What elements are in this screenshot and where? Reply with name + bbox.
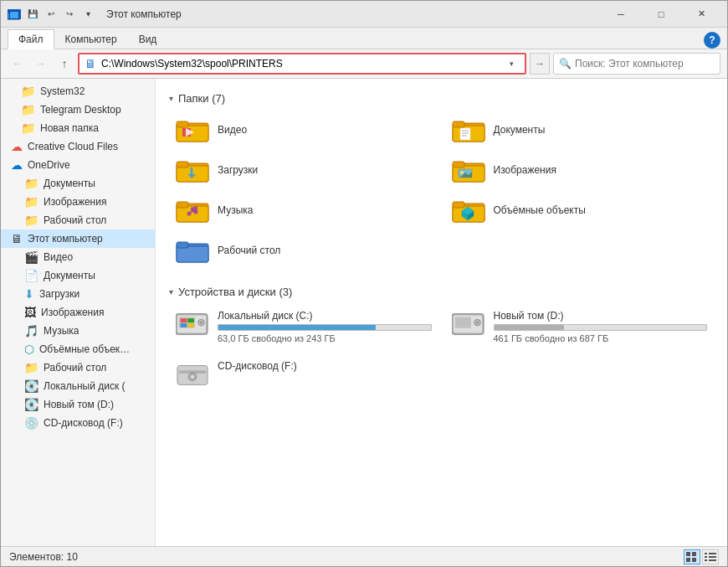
folder-icon-music — [176, 197, 209, 224]
sidebar-item-wdesktop-pc[interactable]: 📁 Рабочий стол — [1, 358, 155, 377]
drive-f-info: CD-дисковод (F:) — [218, 360, 432, 372]
large-icons-view-btn[interactable] — [684, 549, 700, 564]
folder-item-label: Загрузки — [218, 164, 258, 176]
svg-rect-17 — [177, 162, 188, 168]
address-input[interactable] — [101, 58, 498, 70]
downloads-icon: ⬇ — [24, 287, 34, 301]
address-icon: 🖥 — [85, 57, 96, 70]
sidebar-item-downloads-pc[interactable]: ⬇ Загрузки — [1, 285, 155, 303]
sidebar-item-telegram[interactable]: 📁 Telegram Desktop — [1, 101, 155, 119]
sidebar-item-label: System32 — [40, 85, 85, 97]
drive-d-info: Новый том (D:) 461 ГБ свободно из 687 ГБ — [494, 310, 708, 343]
svg-rect-1 — [8, 12, 18, 18]
address-dropdown-btn[interactable]: ▾ — [503, 54, 520, 74]
folder-icon-desktop — [176, 237, 209, 264]
sidebar-item-label: Загрузки — [39, 288, 79, 300]
svg-rect-5 — [177, 121, 188, 127]
svg-point-48 — [200, 321, 203, 324]
folder-item-images[interactable]: Изображения — [445, 152, 715, 188]
folder-icon: 📁 — [21, 121, 35, 135]
tab-view[interactable]: Вид — [128, 29, 168, 49]
sidebar-item-desktop-od[interactable]: 📁 Рабочий стол — [1, 211, 155, 229]
svg-rect-44 — [187, 318, 194, 322]
undo-btn[interactable]: ↩ — [43, 6, 59, 23]
redo-btn[interactable]: ↪ — [61, 6, 78, 23]
up-button[interactable]: ↑ — [54, 54, 74, 74]
folder-item-desktop[interactable]: Рабочий стол — [169, 232, 438, 269]
svg-rect-58 — [686, 552, 690, 556]
svg-rect-67 — [709, 559, 716, 561]
address-go-button[interactable]: → — [530, 53, 550, 75]
sidebar-item-label: Документы — [44, 270, 95, 281]
drive-f-name: CD-дисковод (F:) — [218, 360, 432, 372]
dropdown-tb-btn[interactable]: ▾ — [79, 6, 96, 23]
drive-item-c[interactable]: Локальный диск (C:) 63,0 ГБ свободно из … — [169, 305, 438, 348]
window-controls: ─ □ ✕ — [602, 1, 720, 28]
view-buttons — [684, 549, 719, 564]
svg-rect-33 — [453, 202, 464, 208]
sidebar-item-drive-f[interactable]: 💿 CD-дисковод (F:) — [1, 414, 155, 432]
forward-button[interactable]: → — [31, 54, 51, 74]
folder-icon-video — [176, 116, 209, 143]
chevron-down-icon: ▾ — [169, 287, 173, 296]
svg-rect-51 — [454, 317, 470, 327]
sidebar-item-docs-pc[interactable]: 📄 Документы — [1, 266, 155, 285]
folder-item-docs[interactable]: Документы — [445, 111, 715, 148]
save-btn[interactable]: 💾 — [24, 6, 41, 23]
sidebar-item-label: Изображения — [41, 307, 104, 318]
sidebar-item-video-pc[interactable]: 🎬 Видео — [1, 248, 155, 266]
sidebar-item-label: Creative Cloud Files — [28, 141, 118, 152]
sidebar-item-music-pc[interactable]: 🎵 Музыка — [1, 322, 155, 340]
folder-icon: 📁 — [24, 361, 38, 374]
sidebar-item-creative-cloud[interactable]: ☁ Creative Cloud Files — [1, 137, 155, 156]
folder-item-label: Музыка — [218, 204, 253, 216]
svg-rect-63 — [709, 553, 716, 554]
maximize-button[interactable]: □ — [642, 1, 680, 28]
sidebar-item-images-od[interactable]: 📁 Изображения — [1, 193, 155, 211]
drive-c-free: 63,0 ГБ свободно из 243 ГБ — [218, 333, 432, 343]
svg-rect-10 — [453, 121, 464, 127]
video-icon: 🎬 — [24, 250, 38, 264]
devices-section-label: Устройства и диски (3) — [178, 286, 292, 298]
sidebar-item-label: Изображения — [44, 196, 106, 208]
sidebar-item-system32[interactable]: 📁 System32 — [1, 82, 155, 101]
minimize-button[interactable]: ─ — [602, 1, 640, 28]
list-view-btn[interactable] — [702, 549, 719, 564]
tab-computer[interactable]: Компьютер — [54, 29, 128, 49]
drive-f-icon — [176, 360, 209, 389]
folder-item-label: Рабочий стол — [218, 245, 280, 256]
svg-rect-61 — [692, 558, 696, 562]
folder-icon-3d — [452, 197, 485, 224]
sidebar-item-drive-c[interactable]: 💽 Локальный диск ( — [1, 377, 155, 395]
sidebar-item-this-pc[interactable]: 🖥 Этот компьютер — [1, 229, 155, 248]
svg-point-29 — [187, 212, 192, 216]
sidebar-item-docs-od[interactable]: 📁 Документы — [1, 174, 155, 193]
tab-file[interactable]: Файл — [8, 29, 54, 49]
folder-item-downloads[interactable]: Загрузки — [169, 152, 438, 188]
drive-d-free: 461 ГБ свободно из 687 ГБ — [494, 333, 708, 343]
sidebar-item-drive-d[interactable]: 💽 Новый том (D:) — [1, 395, 155, 414]
folder-icon-docs — [452, 116, 485, 143]
sidebar-item-label: Объёмные объек… — [39, 343, 130, 355]
folder-item-3d[interactable]: Объёмные объекты — [445, 192, 715, 229]
folder-item-label: Изображения — [494, 164, 556, 176]
folder-icon: 📁 — [21, 85, 35, 98]
sidebar-item-3d-pc[interactable]: ⬡ Объёмные объек… — [1, 340, 155, 358]
devices-section-header: ▾ Устройства и диски (3) — [169, 279, 714, 302]
search-icon: 🔍 — [559, 58, 572, 70]
drive-item-d[interactable]: Новый том (D:) 461 ГБ свободно из 687 ГБ — [445, 305, 715, 348]
svg-rect-28 — [177, 202, 188, 208]
help-button[interactable]: ? — [704, 32, 720, 49]
close-button[interactable]: ✕ — [682, 1, 720, 28]
folder-item-video[interactable]: Видео — [169, 111, 438, 148]
drive-item-f[interactable]: CD-дисковод (F:) — [169, 355, 438, 394]
sidebar-item-images-pc[interactable]: 🖼 Изображения — [1, 303, 155, 322]
back-button[interactable]: ← — [8, 54, 28, 74]
svg-rect-65 — [709, 556, 716, 558]
sidebar-item-new-folder[interactable]: 📁 Новая папка — [1, 119, 155, 137]
search-input[interactable] — [575, 58, 715, 70]
hdd-icon: 💽 — [24, 398, 38, 411]
sidebar-item-label: Этот компьютер — [28, 233, 103, 245]
sidebar-item-onedrive[interactable]: ☁ OneDrive — [1, 156, 155, 174]
folder-item-music[interactable]: Музыка — [169, 192, 438, 229]
